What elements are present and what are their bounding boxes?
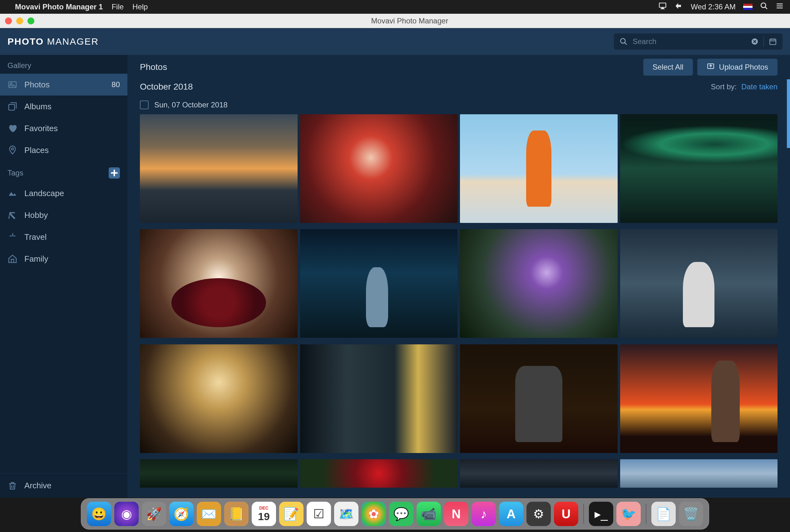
sidebar-tag-family[interactable]: Family — [0, 248, 127, 270]
dock-separator — [646, 504, 646, 524]
photo-thumbnail[interactable] — [300, 114, 458, 223]
sidebar-item-albums[interactable]: Albums — [0, 96, 127, 117]
sidebar-item-label: Places — [24, 146, 49, 155]
sidebar-section-gallery: Gallery — [0, 55, 127, 74]
calendar-icon[interactable] — [769, 37, 777, 45]
notification-center-icon[interactable] — [776, 2, 784, 12]
dock-notes-icon[interactable]: 📝 — [279, 502, 303, 526]
dock-contacts-icon[interactable]: 📒 — [224, 502, 248, 526]
menubar-clock[interactable]: Wed 2:36 AM — [691, 2, 736, 11]
sidebar-item-label: Photos — [24, 80, 50, 90]
svg-rect-0 — [659, 3, 666, 7]
upload-photos-button[interactable]: Upload Photos — [697, 59, 777, 76]
photo-thumbnail[interactable] — [620, 114, 778, 223]
photo-thumbnail[interactable] — [300, 344, 458, 453]
dock-appstore-icon[interactable]: A — [499, 502, 523, 526]
hobby-icon — [7, 210, 18, 220]
window-minimize-button[interactable] — [16, 18, 23, 24]
add-tag-button[interactable] — [109, 167, 120, 178]
: October 2018 — [140, 82, 193, 92]
dock-terminal-icon[interactable]: ▸_ — [589, 502, 613, 526]
dock-messages-icon[interactable]: 💬 — [389, 502, 413, 526]
svg-rect-7 — [9, 104, 15, 110]
dock-itunes-icon[interactable]: ♪ — [471, 502, 496, 526]
search-input[interactable] — [633, 37, 746, 46]
photo-thumbnail[interactable] — [140, 344, 298, 453]
sort-control[interactable]: Sort by: Date taken — [711, 82, 777, 91]
photo-thumbnail[interactable] — [460, 229, 618, 338]
dock-trash-icon[interactable]: 🗑️ — [679, 502, 703, 526]
dock-facetime-icon[interactable]: 📹 — [416, 502, 441, 526]
photo-thumbnail[interactable] — [140, 459, 298, 488]
dock-doc-icon[interactable]: 📄 — [651, 502, 676, 526]
dock-photos-icon[interactable]: ✿ — [362, 502, 386, 526]
flag-icon[interactable] — [743, 4, 753, 10]
sidebar-item-favorites[interactable]: Favorites — [0, 117, 127, 139]
spotlight-icon[interactable] — [760, 2, 768, 12]
window-zoom-button[interactable] — [27, 18, 34, 24]
clear-search-icon[interactable] — [751, 38, 758, 45]
dock-calendar-icon[interactable]: DEC19 — [252, 502, 276, 526]
sidebar-item-label: Landscape — [24, 189, 64, 198]
palm-icon — [7, 232, 18, 242]
photo-thumbnail[interactable] — [460, 459, 618, 488]
photo-thumbnail[interactable] — [300, 459, 458, 488]
search-field[interactable] — [614, 33, 783, 50]
status-icon[interactable] — [675, 2, 683, 12]
sort-value[interactable]: Date taken — [741, 82, 777, 91]
airplay-icon[interactable] — [658, 2, 667, 12]
date-group-label: Sun, 07 October 2018 — [154, 100, 228, 109]
svg-point-1 — [761, 3, 766, 7]
photo-count: 80 — [111, 80, 120, 89]
dock-preferences-icon[interactable]: ⚙ — [526, 502, 551, 526]
photo-thumbnail[interactable] — [300, 229, 458, 338]
file-menu[interactable]: File — [111, 2, 124, 11]
sidebar-tag-hobby[interactable]: Hobby — [0, 204, 127, 226]
page-title: Photos — [140, 62, 167, 72]
dock-separator — [583, 504, 584, 524]
dock-news-icon[interactable]: N — [444, 502, 468, 526]
landscape-icon — [7, 188, 18, 198]
dock-app-icon[interactable]: 🐦 — [616, 502, 641, 526]
photo-thumbnail[interactable] — [620, 459, 778, 488]
window-close-button[interactable] — [5, 18, 12, 24]
home-icon — [7, 254, 18, 264]
main-content: Photos Select All Upload Photos October … — [127, 55, 790, 498]
sidebar-tag-landscape[interactable]: Landscape — [0, 182, 127, 204]
photo-thumbnail[interactable] — [620, 229, 778, 338]
sidebar-tag-travel[interactable]: Travel — [0, 226, 127, 248]
search-icon — [620, 37, 628, 45]
photo-thumbnail[interactable] — [140, 114, 298, 223]
dock-finder-icon[interactable]: 😀 — [87, 502, 111, 526]
sidebar-item-photos[interactable]: Photos 80 — [0, 74, 127, 96]
dock-mail-icon[interactable]: ✉️ — [197, 502, 221, 526]
location-icon — [7, 145, 18, 155]
divider — [764, 37, 764, 46]
sidebar-item-label: Albums — [24, 102, 52, 112]
app-header: PHOTO MANAGER — [0, 28, 790, 55]
dock-reminders-icon[interactable]: ☑ — [307, 502, 331, 526]
help-menu[interactable]: Help — [132, 2, 148, 11]
select-all-button[interactable]: Select All — [643, 59, 693, 76]
photo-thumbnail[interactable] — [460, 114, 618, 223]
dock-safari-icon[interactable]: 🧭 — [169, 502, 193, 526]
photo-thumbnail[interactable] — [460, 344, 618, 453]
dock-maps-icon[interactable]: 🗺️ — [334, 502, 358, 526]
sidebar: Gallery Photos 80 Albums Favorites Place… — [0, 55, 127, 498]
dock-launchpad-icon[interactable]: 🚀 — [142, 502, 166, 526]
sidebar-item-places[interactable]: Places — [0, 139, 127, 161]
dock-app-icon[interactable]: U — [554, 502, 578, 526]
albums-icon — [7, 101, 18, 112]
dock-siri-icon[interactable]: ◉ — [114, 502, 139, 526]
date-group-checkbox[interactable] — [140, 100, 149, 109]
sidebar-item-label: Favorites — [24, 124, 58, 133]
scroll-indicator[interactable] — [787, 79, 790, 148]
app-logo: PHOTO MANAGER — [7, 36, 99, 47]
photo-thumbnail[interactable] — [140, 229, 298, 338]
sidebar-item-archive[interactable]: Archive — [0, 473, 127, 498]
window-title: Movavi Photo Manager — [371, 17, 448, 25]
upload-icon — [707, 62, 715, 72]
app-menu[interactable]: Movavi Photo Manager 1 — [15, 2, 103, 11]
photo-grid — [127, 114, 790, 498]
photo-thumbnail[interactable] — [620, 344, 778, 453]
